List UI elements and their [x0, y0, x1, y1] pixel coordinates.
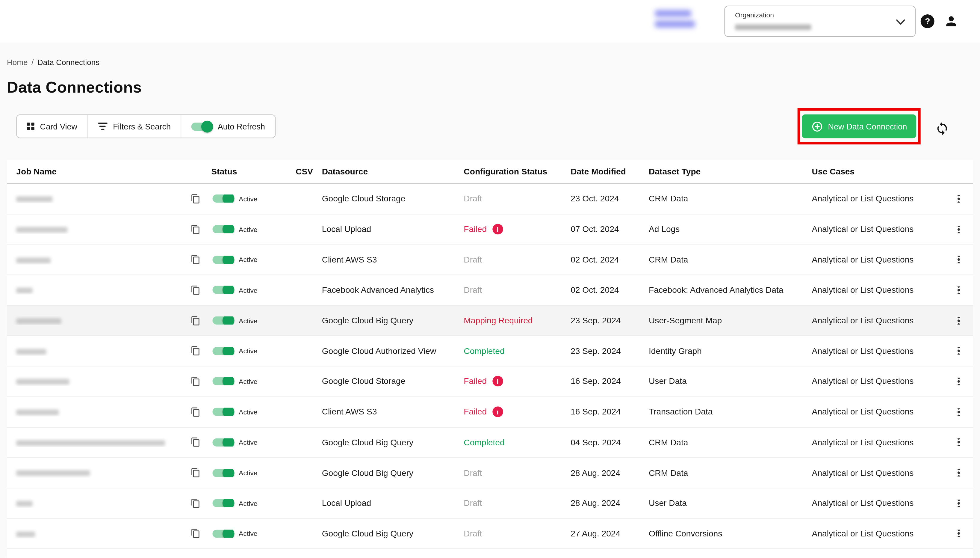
status-toggle[interactable] [213, 530, 233, 538]
kebab-menu-button[interactable] [955, 287, 962, 294]
kebab-menu-button[interactable] [955, 408, 962, 416]
copy-button[interactable] [188, 343, 203, 359]
actions-cell [944, 256, 973, 263]
kebab-menu-button[interactable] [955, 500, 962, 507]
status-cell: Active [211, 347, 286, 355]
error-info-icon[interactable]: i [492, 376, 503, 387]
table-row[interactable]: Active Google Cloud Authorized View Comp… [7, 336, 973, 366]
status-toggle[interactable] [213, 225, 233, 233]
kebab-menu-button[interactable] [955, 195, 962, 203]
error-info-icon[interactable]: i [492, 407, 503, 417]
status-label: Active [239, 469, 258, 476]
copy-button[interactable] [188, 556, 203, 558]
status-label: Active [239, 287, 258, 294]
kebab-menu-button[interactable] [955, 225, 962, 233]
kebab-menu-button[interactable] [955, 469, 962, 476]
user-icon[interactable] [944, 14, 959, 31]
table-row[interactable]: Active Google Cloud Big Query Draft i 27… [7, 519, 973, 549]
status-toggle[interactable] [213, 408, 233, 416]
copy-button[interactable] [188, 373, 203, 390]
table-row[interactable]: Active Google Cloud Big Query Draft i 28… [7, 458, 973, 489]
job-name-redacted [16, 258, 51, 263]
card-view-label: Card View [40, 121, 78, 131]
copy-button[interactable] [188, 251, 203, 268]
status-label: Active [239, 317, 258, 324]
organization-dropdown[interactable]: Organization [724, 6, 916, 37]
date-modified-cell: 28 Aug. 2024 [571, 499, 649, 508]
table-row[interactable]: Active Google Cloud Storage Failed i 16 … [7, 366, 973, 397]
job-name-cell [7, 499, 180, 508]
config-status-text: Draft [464, 468, 482, 478]
organization-value-redacted [735, 24, 811, 30]
table-row[interactable]: Active Client AWS S3 Failed i 16 Sep. 20… [7, 397, 973, 428]
job-name-cell [7, 194, 180, 204]
status-toggle[interactable] [213, 317, 233, 325]
date-modified-cell: 23 Sep. 2024 [571, 316, 649, 325]
copy-button[interactable] [188, 434, 203, 450]
actions-cell [944, 225, 973, 233]
copy-button[interactable] [188, 404, 203, 420]
table-row[interactable]: Active Google Cloud Storage Draft i 23 O… [7, 184, 973, 214]
status-toggle[interactable] [213, 256, 233, 264]
breadcrumb-home[interactable]: Home [7, 58, 28, 67]
copy-button[interactable] [188, 221, 203, 237]
copy-icon [190, 528, 200, 540]
kebab-menu-button[interactable] [955, 256, 962, 263]
dataset-type-cell: CRM Data [649, 438, 812, 447]
error-info-icon[interactable]: i [492, 224, 503, 234]
kebab-menu-button[interactable] [955, 347, 962, 355]
table-row[interactable]: Active Google Cloud Big Query Completed … [7, 427, 973, 458]
filter-lines-icon [98, 123, 107, 130]
new-data-connection-button[interactable]: New Data Connection [802, 115, 916, 138]
auto-refresh-toggle[interactable] [191, 122, 212, 130]
copy-cell [180, 313, 211, 329]
filters-search-button[interactable]: Filters & Search [87, 115, 181, 138]
refresh-button[interactable] [935, 121, 949, 138]
logo-line-2 [655, 21, 695, 28]
status-toggle[interactable] [213, 195, 233, 203]
status-toggle[interactable] [213, 438, 233, 446]
copy-cell [180, 221, 211, 237]
kebab-menu-button[interactable] [955, 377, 962, 385]
copy-icon [190, 467, 200, 479]
table-row[interactable]: Active Client AWS S3 Draft i 02 Oct. 202… [7, 245, 973, 276]
use-cases-cell: Analytical or List Questions [812, 377, 944, 386]
status-toggle[interactable] [213, 499, 233, 507]
table-row[interactable]: Active Local Upload Draft i 28 Aug. 2024… [7, 488, 973, 519]
copy-button[interactable] [188, 282, 203, 298]
status-cell: Active [211, 530, 286, 538]
kebab-menu-button[interactable] [955, 317, 962, 324]
copy-button[interactable] [188, 464, 203, 481]
datasource-cell: Local Upload [322, 499, 464, 508]
copy-cell [180, 556, 211, 558]
status-toggle[interactable] [213, 286, 233, 294]
table-row[interactable]: Active Facebook Advanced Analytics Draft… [7, 275, 973, 306]
table-row[interactable]: Active Local Upload Failed i 07 Oct. 202… [7, 214, 973, 245]
configuration-status-cell: Completed i [464, 438, 571, 447]
view-controls-group: Card View Filters & Search Auto Refresh [16, 115, 276, 138]
status-toggle[interactable] [213, 377, 233, 386]
config-status-text: Draft [464, 499, 482, 508]
actions-cell [944, 530, 973, 537]
date-modified-cell: 16 Sep. 2024 [571, 377, 649, 386]
config-status-text: Draft [464, 285, 482, 295]
copy-button[interactable] [188, 495, 203, 511]
card-view-button[interactable]: Card View [17, 115, 87, 138]
status-toggle[interactable] [213, 469, 233, 477]
copy-button[interactable] [188, 190, 203, 207]
table-row[interactable]: Active Google Cloud Big Query Mapping Re… [7, 306, 973, 336]
copy-button[interactable] [188, 526, 203, 542]
status-toggle[interactable] [213, 347, 233, 355]
kebab-menu-button[interactable] [955, 530, 962, 537]
help-icon[interactable]: ? [921, 15, 934, 28]
copy-cell [180, 526, 211, 542]
kebab-menu-icon [957, 471, 960, 474]
table-row[interactable]: Active Google Cloud Big Query Completed … [7, 549, 973, 558]
kebab-menu-button[interactable] [955, 438, 962, 446]
job-name-cell [7, 285, 180, 295]
datasource-cell: Google Cloud Big Query [322, 529, 464, 538]
copy-button[interactable] [188, 313, 203, 329]
date-modified-cell: 28 Aug. 2024 [571, 468, 649, 478]
copy-cell [180, 343, 211, 359]
column-header-use-cases: Use Cases [812, 167, 944, 176]
